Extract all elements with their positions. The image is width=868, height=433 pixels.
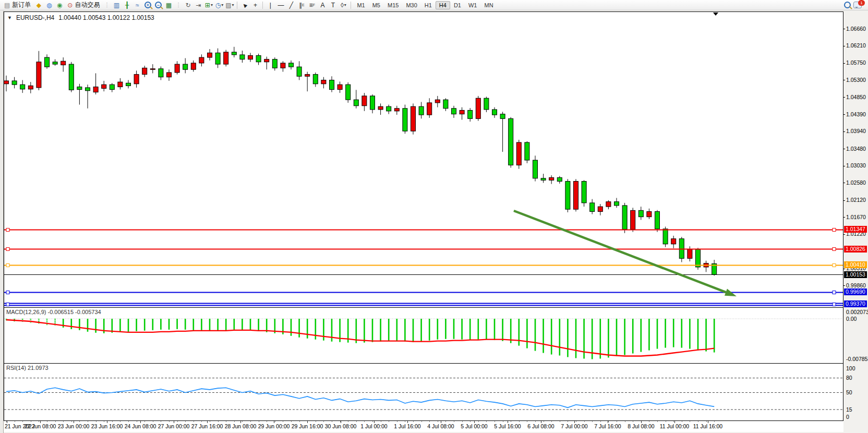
- candle-body[interactable]: [264, 59, 269, 62]
- candle-body[interactable]: [370, 96, 375, 110]
- macd-pane-canvas[interactable]: [4, 308, 843, 363]
- auto-scroll-icon[interactable]: ↻: [183, 1, 192, 9]
- candle-body[interactable]: [232, 52, 236, 55]
- candle-body[interactable]: [378, 106, 383, 110]
- candle-body[interactable]: [142, 68, 147, 74]
- line-handle[interactable]: [6, 264, 9, 267]
- candle-body[interactable]: [150, 69, 155, 70]
- candle-body[interactable]: [102, 85, 106, 88]
- price-axis[interactable]: 1.066601.062101.057501.053001.048501.043…: [844, 11, 868, 421]
- line-handle[interactable]: [6, 228, 9, 232]
- line-handle[interactable]: [833, 248, 836, 251]
- collapse-arrow-icon[interactable]: ▼: [7, 15, 12, 20]
- candle-body[interactable]: [663, 229, 668, 244]
- time-axis[interactable]: 21 Jun 202222 Jun 08:0023 Jun 00:0023 Ju…: [4, 421, 843, 432]
- candle-body[interactable]: [321, 80, 326, 83]
- candle-body[interactable]: [305, 75, 310, 77]
- candle-body[interactable]: [516, 142, 521, 165]
- candle-body[interactable]: [638, 210, 643, 216]
- timeframe-m15[interactable]: M15: [384, 1, 402, 9]
- template-icon[interactable]: ▨▾: [225, 1, 234, 9]
- search-icon[interactable]: [842, 1, 852, 9]
- candle-body[interactable]: [191, 63, 196, 69]
- candle-body[interactable]: [4, 81, 9, 84]
- candle-body[interactable]: [484, 98, 489, 110]
- candle-body[interactable]: [45, 57, 50, 67]
- timeframe-mn[interactable]: MN: [480, 1, 497, 9]
- candle-body[interactable]: [354, 100, 358, 106]
- candle-body[interactable]: [460, 110, 464, 114]
- line-handle[interactable]: [6, 303, 9, 306]
- label-icon[interactable]: T: [328, 1, 337, 9]
- candle-body[interactable]: [337, 85, 342, 89]
- candle-body[interactable]: [272, 59, 277, 68]
- text-icon[interactable]: A: [318, 1, 327, 9]
- candle-body[interactable]: [37, 62, 41, 88]
- candle-body[interactable]: [598, 207, 602, 211]
- signals-icon[interactable]: ◉: [55, 1, 64, 9]
- candle-body[interactable]: [622, 206, 627, 230]
- candle-body[interactable]: [134, 75, 139, 84]
- candle-body[interactable]: [281, 63, 285, 68]
- community-icon[interactable]: ◍: [44, 1, 54, 9]
- candle-body[interactable]: [394, 109, 399, 111]
- candle-body[interactable]: [93, 87, 98, 92]
- candle-body[interactable]: [208, 53, 212, 57]
- timeframe-h4[interactable]: H4: [436, 1, 450, 9]
- rsi-pane-canvas[interactable]: [4, 364, 843, 420]
- candle-body[interactable]: [167, 73, 172, 77]
- candle-body[interactable]: [541, 178, 546, 181]
- channel-icon[interactable]: ∥E: [297, 1, 306, 9]
- candle-chart-icon[interactable]: ╂: [122, 1, 131, 9]
- candle-body[interactable]: [647, 212, 652, 217]
- candle-body[interactable]: [606, 202, 611, 207]
- main-chart-canvas[interactable]: [4, 12, 843, 307]
- autotrade-button[interactable]: ⊙自动交易: [65, 1, 102, 10]
- candle-body[interactable]: [411, 106, 416, 131]
- line-handle[interactable]: [833, 228, 836, 232]
- candle-body[interactable]: [476, 98, 480, 118]
- candle-body[interactable]: [679, 239, 684, 259]
- candle-body[interactable]: [590, 203, 595, 212]
- candle-body[interactable]: [53, 62, 57, 64]
- candle-body[interactable]: [86, 88, 90, 91]
- candle-body[interactable]: [452, 109, 456, 114]
- candle-body[interactable]: [199, 57, 204, 63]
- period-icon[interactable]: ◷▾: [214, 1, 224, 9]
- candle-body[interactable]: [313, 75, 318, 84]
- trend-arrow-line[interactable]: [514, 211, 726, 292]
- toolbar-grip[interactable]: ⋮: [104, 2, 110, 8]
- toolbar-grip[interactable]: ⋮: [175, 2, 181, 8]
- candle-body[interactable]: [671, 239, 676, 244]
- candle-body[interactable]: [614, 202, 619, 206]
- shapes-icon[interactable]: ◊▾: [339, 1, 348, 9]
- timeframe-m1[interactable]: M1: [353, 1, 368, 9]
- candle-body[interactable]: [256, 55, 261, 62]
- candle-body[interactable]: [69, 64, 74, 90]
- trendline-icon[interactable]: ╱: [286, 1, 296, 9]
- candle-body[interactable]: [500, 114, 505, 119]
- candle-body[interactable]: [289, 63, 294, 67]
- chart-shift-icon[interactable]: ⇥: [194, 1, 203, 9]
- candle-body[interactable]: [12, 81, 17, 85]
- crosshair-icon[interactable]: +: [250, 1, 260, 9]
- candle-body[interactable]: [240, 55, 245, 59]
- line-handle[interactable]: [833, 264, 836, 267]
- candle-body[interactable]: [582, 182, 586, 203]
- market-icon[interactable]: ◆: [34, 1, 43, 9]
- candle-body[interactable]: [403, 109, 407, 131]
- candle-body[interactable]: [427, 103, 432, 115]
- candle-body[interactable]: [443, 100, 448, 109]
- timeframe-h1[interactable]: H1: [421, 1, 436, 9]
- line-handle[interactable]: [833, 291, 836, 294]
- new-order-button[interactable]: ▤新订单: [2, 1, 33, 10]
- line-handle[interactable]: [6, 291, 9, 294]
- candle-body[interactable]: [248, 55, 253, 59]
- candle-body[interactable]: [631, 210, 635, 229]
- candle-body[interactable]: [183, 64, 188, 69]
- candle-body[interactable]: [655, 212, 660, 229]
- candle-body[interactable]: [118, 82, 123, 87]
- candle-body[interactable]: [419, 106, 424, 115]
- candle-body[interactable]: [224, 52, 228, 64]
- candle-body[interactable]: [330, 80, 334, 89]
